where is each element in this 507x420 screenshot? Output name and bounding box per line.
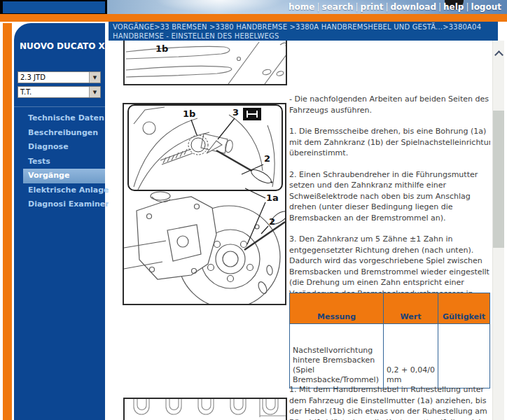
- figure-top-partial: 1b: [123, 41, 287, 85]
- model-title: NUOVO DUCATO X250: [14, 23, 105, 51]
- top-nav: home|search|print|download|help|logout: [287, 0, 503, 14]
- breadcrumb-line-2: HANDBREMSE - EINSTELLEN DES HEBELWEGS: [113, 31, 498, 41]
- cell-messung: Nachstellvorrichtung hintere Bremsbacken…: [290, 324, 384, 388]
- measure-gauge-icon: [243, 108, 261, 120]
- sidebar-item-beschreibungen[interactable]: Beschreibungen: [14, 126, 105, 141]
- instruction-paragraph-2: 2. Einen Schraubendreher in die Führungs…: [289, 169, 490, 224]
- nav-search[interactable]: search: [321, 2, 355, 12]
- figure-label-2: 2: [264, 153, 270, 164]
- figure-brake-assembly: 1b 3 2 1a 2: [123, 103, 286, 305]
- instruction-paragraph-bottom: 1. Mit dem Handbremshebel in Ruhestellun…: [289, 384, 490, 420]
- nav-help[interactable]: help: [442, 2, 465, 12]
- nav-divider: |: [317, 2, 321, 12]
- dropdown-arrow-icon[interactable]: ▼: [89, 72, 100, 83]
- breadcrumb: VORGÄNGE>33 BREMSEN >3380 HANDBREMSE >33…: [109, 22, 498, 41]
- orange-side-stripe: [3, 23, 12, 420]
- sidebar-item-elektrische-anlage[interactable]: Elektrische Anlage: [14, 183, 105, 198]
- sidebar-item-tests[interactable]: Tests: [14, 155, 105, 169]
- nav-divider: |: [465, 2, 469, 12]
- sidebar-item-diagnose[interactable]: Diagnose: [14, 140, 105, 155]
- top-bar: home|search|print|download|help|logout: [0, 0, 507, 14]
- cell-wert: 0,2 + 0,04/0 mm: [384, 324, 438, 388]
- scroll-up-icon[interactable]: [494, 50, 503, 59]
- cell-gueltigkeit: [438, 324, 490, 388]
- nav-divider: |: [384, 2, 389, 12]
- sidebar: NUOVO DUCATO X250 2.3 JTD ▼ T.T. ▼ Techn…: [14, 23, 105, 420]
- banner: home|search|print|download|help|logout: [107, 0, 507, 14]
- sidebar-item-vorgaenge[interactable]: Vorgänge: [23, 169, 105, 183]
- engine-select-value: 2.3 JTD: [18, 72, 89, 83]
- figure-label-1b: 1b: [155, 43, 168, 54]
- instruction-paragraph-1: 1. Die Bremsscheibe drehen, bis eine Boh…: [289, 126, 490, 159]
- dropdown-arrow-icon[interactable]: ▼: [89, 87, 100, 97]
- nav-print[interactable]: print: [359, 2, 385, 12]
- logo-box: [3, 1, 105, 13]
- sidebar-item-diagnosi-examiner[interactable]: Diagnosi Examiner: [14, 197, 105, 212]
- variant-select-value: T.T.: [18, 87, 89, 97]
- instruction-paragraph-0: - Die nachfolgenden Arbeiten auf beiden …: [289, 94, 490, 115]
- engine-select[interactable]: 2.3 JTD ▼: [18, 71, 101, 83]
- sidebar-menu: Technische Daten Beschreibungen Diagnose…: [14, 106, 105, 212]
- table-row: Nachstellvorrichtung hintere Bremsbacken…: [290, 324, 490, 388]
- figure-bottom-partial: [123, 398, 287, 420]
- figure-label-1a: 1a: [266, 192, 279, 203]
- nav-divider: |: [355, 2, 359, 12]
- nav-download[interactable]: download: [389, 2, 438, 12]
- col-header-wert: Wert: [384, 293, 438, 324]
- col-header-gueltigkeit: Gültigkeit: [438, 293, 490, 324]
- nav-home[interactable]: home: [287, 2, 316, 12]
- measurement-table: Messung Wert Gültigkeit Nachstellvorrich…: [289, 293, 490, 388]
- scrollbar-thumb[interactable]: [493, 111, 504, 248]
- orange-band: [0, 14, 507, 22]
- col-header-messung: Messung: [290, 293, 384, 324]
- document-content: 1b: [109, 41, 490, 420]
- figure-label-1b: 1b: [183, 108, 195, 119]
- vertical-scrollbar[interactable]: [492, 41, 504, 420]
- variant-select[interactable]: T.T. ▼: [18, 86, 101, 98]
- nav-logout[interactable]: logout: [470, 2, 503, 12]
- figure-label-3: 3: [232, 107, 239, 118]
- sidebar-item-technische-daten[interactable]: Technische Daten: [14, 111, 105, 126]
- figure-label-2: 2: [269, 216, 275, 227]
- breadcrumb-line-1: VORGÄNGE>33 BREMSEN >3380 HANDBREMSE >33…: [113, 22, 498, 31]
